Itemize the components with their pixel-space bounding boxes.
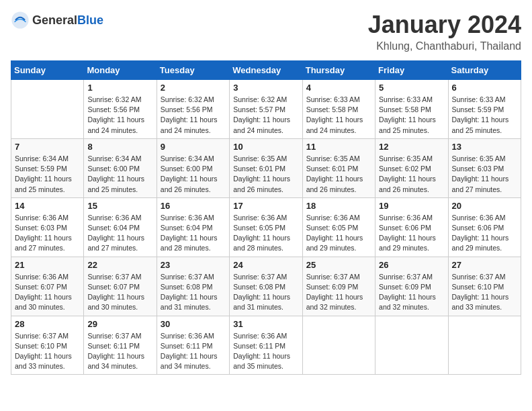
day-number: 20 xyxy=(452,201,517,211)
day-info: Sunrise: 6:37 AMSunset: 6:07 PMDaylight:… xyxy=(87,272,152,313)
calendar-cell: 3Sunrise: 6:32 AMSunset: 5:57 PMDaylight… xyxy=(230,80,302,139)
day-number: 8 xyxy=(87,142,152,152)
calendar-cell: 8Sunrise: 6:34 AMSunset: 6:00 PMDaylight… xyxy=(84,138,157,197)
day-info: Sunrise: 6:37 AMSunset: 6:09 PMDaylight:… xyxy=(306,272,371,313)
day-number: 7 xyxy=(15,142,80,152)
calendar-header-friday: Friday xyxy=(375,61,448,80)
calendar-cell: 17Sunrise: 6:36 AMSunset: 6:05 PMDayligh… xyxy=(230,197,302,257)
calendar-cell: 24Sunrise: 6:37 AMSunset: 6:08 PMDayligh… xyxy=(230,257,302,316)
calendar-week-3: 14Sunrise: 6:36 AMSunset: 6:03 PMDayligh… xyxy=(11,197,521,257)
calendar-cell: 6Sunrise: 6:33 AMSunset: 5:59 PMDaylight… xyxy=(448,80,521,139)
day-number: 23 xyxy=(161,260,226,270)
day-info: Sunrise: 6:36 AMSunset: 6:06 PMDaylight:… xyxy=(379,213,444,254)
day-number: 3 xyxy=(233,83,298,93)
day-number: 31 xyxy=(233,319,298,329)
day-info: Sunrise: 6:33 AMSunset: 5:59 PMDaylight:… xyxy=(452,95,517,136)
day-number: 11 xyxy=(306,142,371,152)
day-number: 21 xyxy=(15,260,80,270)
day-number: 28 xyxy=(15,319,80,329)
calendar-cell: 28Sunrise: 6:37 AMSunset: 6:10 PMDayligh… xyxy=(11,316,84,375)
day-info: Sunrise: 6:37 AMSunset: 6:10 PMDaylight:… xyxy=(452,272,517,313)
logo: GeneralBlue xyxy=(11,11,103,30)
day-number: 22 xyxy=(87,260,152,270)
calendar-header-thursday: Thursday xyxy=(302,61,375,80)
day-number: 24 xyxy=(233,260,298,270)
day-info: Sunrise: 6:36 AMSunset: 6:04 PMDaylight:… xyxy=(87,213,152,254)
calendar-week-2: 7Sunrise: 6:34 AMSunset: 5:59 PMDaylight… xyxy=(11,138,521,197)
calendar-cell: 25Sunrise: 6:37 AMSunset: 6:09 PMDayligh… xyxy=(302,257,375,316)
calendar-week-5: 28Sunrise: 6:37 AMSunset: 6:10 PMDayligh… xyxy=(11,316,521,375)
day-number: 30 xyxy=(161,319,226,329)
day-info: Sunrise: 6:34 AMSunset: 6:00 PMDaylight:… xyxy=(161,154,226,195)
day-number: 17 xyxy=(233,201,298,211)
day-info: Sunrise: 6:35 AMSunset: 6:02 PMDaylight:… xyxy=(379,154,444,195)
calendar-cell: 19Sunrise: 6:36 AMSunset: 6:06 PMDayligh… xyxy=(375,197,448,257)
day-number: 29 xyxy=(87,319,152,329)
calendar-cell: 21Sunrise: 6:36 AMSunset: 6:07 PMDayligh… xyxy=(11,257,84,316)
day-number: 6 xyxy=(452,83,517,93)
calendar-cell: 27Sunrise: 6:37 AMSunset: 6:10 PMDayligh… xyxy=(448,257,521,316)
calendar-week-1: 1Sunrise: 6:32 AMSunset: 5:56 PMDaylight… xyxy=(11,80,521,139)
calendar-cell: 1Sunrise: 6:32 AMSunset: 5:56 PMDaylight… xyxy=(84,80,157,139)
day-info: Sunrise: 6:36 AMSunset: 6:03 PMDaylight:… xyxy=(15,213,80,254)
day-info: Sunrise: 6:35 AMSunset: 6:01 PMDaylight:… xyxy=(306,154,371,195)
calendar-cell: 20Sunrise: 6:36 AMSunset: 6:06 PMDayligh… xyxy=(448,197,521,257)
day-info: Sunrise: 6:36 AMSunset: 6:05 PMDaylight:… xyxy=(306,213,371,254)
day-number: 13 xyxy=(452,142,517,152)
day-number: 26 xyxy=(379,260,444,270)
day-info: Sunrise: 6:36 AMSunset: 6:11 PMDaylight:… xyxy=(233,331,298,372)
day-info: Sunrise: 6:32 AMSunset: 5:57 PMDaylight:… xyxy=(233,95,298,136)
day-info: Sunrise: 6:33 AMSunset: 5:58 PMDaylight:… xyxy=(306,95,371,136)
calendar-cell: 30Sunrise: 6:36 AMSunset: 6:11 PMDayligh… xyxy=(157,316,229,375)
day-number: 16 xyxy=(161,201,226,211)
calendar-cell: 2Sunrise: 6:32 AMSunset: 5:56 PMDaylight… xyxy=(157,80,229,139)
day-number: 12 xyxy=(379,142,444,152)
day-number: 9 xyxy=(161,142,226,152)
day-info: Sunrise: 6:36 AMSunset: 6:07 PMDaylight:… xyxy=(15,272,80,313)
calendar-cell: 15Sunrise: 6:36 AMSunset: 6:04 PMDayligh… xyxy=(84,197,157,257)
day-number: 18 xyxy=(306,201,371,211)
day-number: 2 xyxy=(161,83,226,93)
calendar-header-sunday: Sunday xyxy=(11,61,84,80)
day-number: 25 xyxy=(306,260,371,270)
calendar-cell xyxy=(375,316,448,375)
calendar-cell: 29Sunrise: 6:37 AMSunset: 6:11 PMDayligh… xyxy=(84,316,157,375)
day-info: Sunrise: 6:35 AMSunset: 6:01 PMDaylight:… xyxy=(233,154,298,195)
calendar-cell: 4Sunrise: 6:33 AMSunset: 5:58 PMDaylight… xyxy=(302,80,375,139)
calendar-cell: 12Sunrise: 6:35 AMSunset: 6:02 PMDayligh… xyxy=(375,138,448,197)
calendar-title: January 2024 xyxy=(368,11,521,39)
calendar-cell: 13Sunrise: 6:35 AMSunset: 6:03 PMDayligh… xyxy=(448,138,521,197)
logo-icon xyxy=(11,11,30,30)
calendar-cell: 5Sunrise: 6:33 AMSunset: 5:58 PMDaylight… xyxy=(375,80,448,139)
day-info: Sunrise: 6:37 AMSunset: 6:08 PMDaylight:… xyxy=(233,272,298,313)
day-info: Sunrise: 6:36 AMSunset: 6:06 PMDaylight:… xyxy=(452,213,517,254)
calendar-header-monday: Monday xyxy=(84,61,157,80)
day-info: Sunrise: 6:34 AMSunset: 5:59 PMDaylight:… xyxy=(15,154,80,195)
day-info: Sunrise: 6:32 AMSunset: 5:56 PMDaylight:… xyxy=(161,95,226,136)
calendar-header-saturday: Saturday xyxy=(448,61,521,80)
calendar-cell: 16Sunrise: 6:36 AMSunset: 6:04 PMDayligh… xyxy=(157,197,229,257)
day-info: Sunrise: 6:36 AMSunset: 6:04 PMDaylight:… xyxy=(161,213,226,254)
day-number: 5 xyxy=(379,83,444,93)
day-number: 15 xyxy=(87,201,152,211)
day-info: Sunrise: 6:32 AMSunset: 5:56 PMDaylight:… xyxy=(87,95,152,136)
day-number: 10 xyxy=(233,142,298,152)
day-info: Sunrise: 6:37 AMSunset: 6:08 PMDaylight:… xyxy=(161,272,226,313)
day-number: 4 xyxy=(306,83,371,93)
calendar-subtitle: Khlung, Chanthaburi, Thailand xyxy=(368,40,521,52)
logo-text: GeneralBlue xyxy=(32,13,103,28)
day-number: 1 xyxy=(87,83,152,93)
calendar-cell: 9Sunrise: 6:34 AMSunset: 6:00 PMDaylight… xyxy=(157,138,229,197)
calendar-cell: 10Sunrise: 6:35 AMSunset: 6:01 PMDayligh… xyxy=(230,138,302,197)
title-block: January 2024 Khlung, Chanthaburi, Thaila… xyxy=(368,11,521,52)
day-info: Sunrise: 6:33 AMSunset: 5:58 PMDaylight:… xyxy=(379,95,444,136)
calendar-header-tuesday: Tuesday xyxy=(157,61,229,80)
calendar-cell: 23Sunrise: 6:37 AMSunset: 6:08 PMDayligh… xyxy=(157,257,229,316)
calendar-cell: 26Sunrise: 6:37 AMSunset: 6:09 PMDayligh… xyxy=(375,257,448,316)
day-info: Sunrise: 6:36 AMSunset: 6:11 PMDaylight:… xyxy=(161,331,226,372)
calendar-cell: 18Sunrise: 6:36 AMSunset: 6:05 PMDayligh… xyxy=(302,197,375,257)
calendar-cell: 22Sunrise: 6:37 AMSunset: 6:07 PMDayligh… xyxy=(84,257,157,316)
calendar-cell: 11Sunrise: 6:35 AMSunset: 6:01 PMDayligh… xyxy=(302,138,375,197)
day-number: 19 xyxy=(379,201,444,211)
calendar-header-wednesday: Wednesday xyxy=(230,61,302,80)
